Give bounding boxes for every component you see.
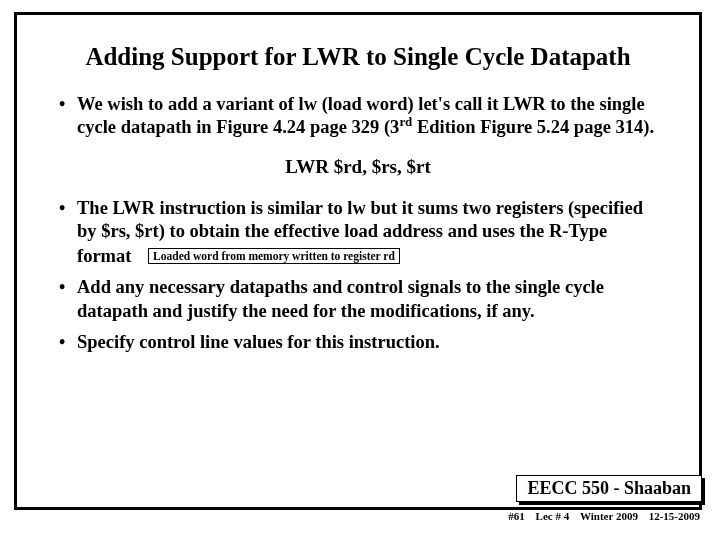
footer-course-box: EECC 550 - Shaaban [516,475,702,502]
inline-note-wrap: Loaded word from memory written to regis… [148,243,400,266]
bullet-text: Add any necessary datapaths and control … [77,276,657,322]
bullet-dot: • [59,197,77,268]
bullet1-sup: rd [399,114,412,129]
code-line: LWR $rd, $rs, $rt [59,155,657,179]
footer-date: 12-15-2009 [649,510,700,522]
slide-body: • We wish to add a variant of lw (load w… [17,93,699,354]
bullet-item: • The LWR instruction is similar to lw b… [59,197,657,268]
bullet-dot: • [59,276,77,322]
footer-meta: #61 Lec # 4 Winter 2009 12-15-2009 [500,510,700,522]
slide-title: Adding Support for LWR to Single Cycle D… [17,43,699,71]
bullet1-post: Edition Figure 5.24 page 314). [412,117,654,137]
bullet-text: Specify control line values for this ins… [77,331,657,354]
bullet-dot: • [59,93,77,139]
slide-frame: Adding Support for LWR to Single Cycle D… [14,12,702,510]
bullet-item: • Add any necessary datapaths and contro… [59,276,657,322]
footer-lec: Lec # 4 [536,510,570,522]
footer-term: Winter 2009 [580,510,638,522]
bullet-text: We wish to add a variant of lw (load wor… [77,93,657,139]
bullet-dot: • [59,331,77,354]
inline-note: Loaded word from memory written to regis… [148,248,400,264]
bullet-text: The LWR instruction is similar to lw but… [77,197,657,268]
bullet-item: • Specify control line values for this i… [59,331,657,354]
footer-page: #61 [508,510,525,522]
bullet-item: • We wish to add a variant of lw (load w… [59,93,657,139]
footer-course-text: EECC 550 - Shaaban [516,475,702,502]
